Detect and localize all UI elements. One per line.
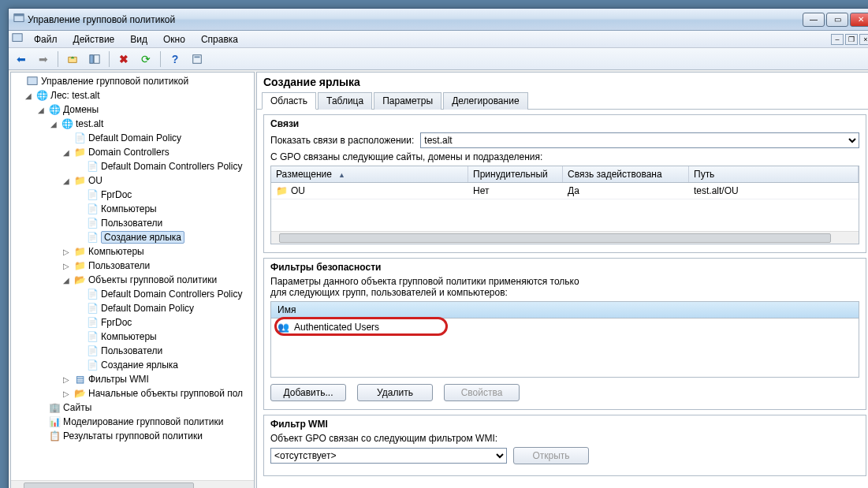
forward-button[interactable]: ➡: [34, 50, 53, 68]
tab-delegation[interactable]: Делегирование: [443, 92, 527, 110]
tree-forest[interactable]: ◢ 🌐 Лес: test.alt: [13, 88, 252, 102]
gpo-icon: 📄: [86, 330, 99, 343]
properties-button: Свойства: [444, 384, 520, 401]
gpo-link-icon: 📄: [86, 160, 99, 173]
titlebar: Управление групповой политикой — ▭ ✕: [9, 9, 868, 31]
gpo-icon: 📄: [86, 359, 99, 371]
mdi-close[interactable]: ×: [859, 34, 868, 45]
minimize-button[interactable]: —: [803, 13, 825, 27]
security-grid: Имя 👥 Authenticated Users: [270, 301, 859, 378]
links-location-select[interactable]: test.alt: [420, 132, 859, 148]
tree-gpo-shortcut[interactable]: 📄 Создание ярлыка: [13, 358, 252, 372]
mdi-icon: [12, 32, 23, 46]
properties-button[interactable]: [188, 50, 207, 68]
security-row[interactable]: 👥 Authenticated Users: [271, 319, 859, 336]
svg-rect-7: [28, 77, 37, 85]
gpo-link-icon: 📄: [86, 217, 99, 229]
gpo-link-icon: 📄: [86, 188, 99, 201]
menu-view[interactable]: Вид: [122, 32, 155, 47]
folder-icon: 📂: [73, 387, 86, 400]
menu-action[interactable]: Действие: [65, 32, 123, 47]
tree-gpo-users[interactable]: 📄 Пользователи: [13, 344, 252, 358]
links-hscroll[interactable]: [271, 231, 859, 244]
maximize-button[interactable]: ▭: [826, 13, 848, 27]
results-icon: 📋: [48, 430, 61, 442]
gpo-link-icon: 📄: [73, 132, 86, 144]
tree-domain[interactable]: ◢ 🌐 test.alt: [13, 117, 252, 131]
tree-computers-link[interactable]: 📄 Компьютеры: [13, 202, 252, 216]
delete-button[interactable]: ✖: [114, 50, 133, 68]
tree-ddcp[interactable]: 📄 Default Domain Controllers Policy: [13, 159, 252, 173]
gpmc-icon: [26, 75, 39, 88]
mdi-restore[interactable]: ❐: [845, 34, 858, 45]
svg-rect-2: [13, 34, 22, 42]
security-title: Фильтры безопасности: [270, 262, 859, 273]
tabs: Область Таблица Параметры Делегирование: [257, 88, 868, 110]
remove-button[interactable]: Удалить: [357, 384, 433, 401]
close-button[interactable]: ✕: [850, 13, 868, 27]
tree-gpo-comp[interactable]: 📄 Компьютеры: [13, 330, 252, 344]
tree-hscroll[interactable]: [11, 480, 254, 488]
ou-icon: 📁: [73, 245, 86, 258]
mdi-minimize[interactable]: –: [831, 34, 844, 45]
menu-file[interactable]: Файл: [26, 32, 65, 47]
body: Управление групповой политикой ◢ 🌐 Лес: …: [9, 70, 868, 488]
links-grid-head[interactable]: Размещение▲ Принудительный Связь задейст…: [271, 166, 859, 183]
tab-scope[interactable]: Область: [262, 92, 316, 110]
tree-dc[interactable]: ◢ 📁 Domain Controllers: [13, 145, 252, 159]
gpo-icon: 📄: [86, 288, 99, 300]
tree-create-shortcut[interactable]: 📄 Создание ярлыка: [13, 230, 252, 244]
tree-fprdoc[interactable]: 📄 FprDoc: [13, 188, 252, 202]
gpo-icon: 📄: [86, 345, 99, 357]
tree-modeling[interactable]: 📊 Моделирование групповой политики: [13, 415, 252, 429]
window-title: Управление групповой политикой: [28, 14, 175, 25]
tree-domains[interactable]: ◢ 🌐 Домены: [13, 102, 252, 117]
tree-users-link[interactable]: 📄 Пользователи: [13, 216, 252, 230]
svg-rect-6: [195, 56, 200, 58]
tree-computers[interactable]: ▷ 📁 Компьютеры: [13, 244, 252, 259]
content-panel: Создание ярлыка Область Таблица Параметр…: [256, 72, 868, 488]
tree-ou[interactable]: ◢ 📁 OU: [13, 173, 252, 188]
tree-results[interactable]: 📋 Результаты групповой политики: [13, 429, 252, 443]
up-button[interactable]: [63, 50, 82, 68]
wmi-open-button: Открыть: [513, 447, 589, 464]
links-row[interactable]: 📁OU Нет Да test.alt/OU: [271, 183, 859, 199]
back-button[interactable]: ⬅: [12, 50, 31, 68]
tree-panel: Управление групповой политикой ◢ 🌐 Лес: …: [10, 72, 255, 488]
tree-users[interactable]: ▷ 📁 Пользователи: [13, 259, 252, 273]
tab-body: Связи Показать связи в расположении: tes…: [257, 110, 868, 488]
tree-ddp[interactable]: 📄 Default Domain Policy: [13, 131, 252, 145]
menu-help[interactable]: Справка: [193, 32, 246, 47]
wmi-select[interactable]: <отсутствует>: [270, 448, 507, 464]
tree-gpos[interactable]: ◢ 📂 Объекты групповой политики: [13, 273, 252, 287]
tree-wmi[interactable]: ▷ ▤ Фильтры WMI: [13, 372, 252, 386]
sort-asc-icon: ▲: [338, 171, 345, 179]
tree-root[interactable]: Управление групповой политикой: [13, 74, 252, 88]
refresh-button[interactable]: ⟳: [136, 50, 155, 68]
tree-gpo-fprdoc[interactable]: 📄 FprDoc: [13, 315, 252, 330]
tree-gpo-ddp[interactable]: 📄 Default Domain Policy: [13, 301, 252, 315]
tree[interactable]: Управление групповой политикой ◢ 🌐 Лес: …: [11, 73, 254, 480]
svg-rect-5: [193, 54, 202, 63]
add-button[interactable]: Добавить...: [270, 384, 346, 401]
help-button[interactable]: ?: [166, 50, 184, 68]
security-col-name[interactable]: Имя: [271, 302, 859, 319]
tree-sites[interactable]: 🏢 Сайты: [13, 400, 252, 415]
security-group: Фильтры безопасности Параметры данного о…: [263, 258, 866, 410]
app-window: Управление групповой политикой — ▭ ✕ Фай…: [8, 8, 868, 488]
tab-details[interactable]: Таблица: [318, 92, 372, 110]
links-group: Связи Показать связи в расположении: tes…: [263, 114, 866, 253]
app-icon: [13, 13, 24, 26]
ou-icon: 📁: [276, 185, 288, 196]
tree-starter[interactable]: ▷ 📂 Начальные объекты групповой пол: [13, 386, 252, 400]
gpo-link-icon: 📄: [86, 231, 99, 244]
tab-settings[interactable]: Параметры: [374, 92, 441, 110]
ou-icon: 📁: [73, 174, 86, 187]
wmi-icon: ▤: [73, 373, 86, 386]
menu-window[interactable]: Окно: [155, 32, 193, 47]
show-hide-tree-button[interactable]: [85, 50, 104, 68]
ou-icon: 📁: [73, 146, 86, 158]
domain-icon: 🌐: [61, 117, 73, 130]
links-caption: С GPO связаны следующие сайты, домены и …: [270, 151, 859, 162]
tree-gpo-ddcp[interactable]: 📄 Default Domain Controllers Policy: [13, 287, 252, 301]
